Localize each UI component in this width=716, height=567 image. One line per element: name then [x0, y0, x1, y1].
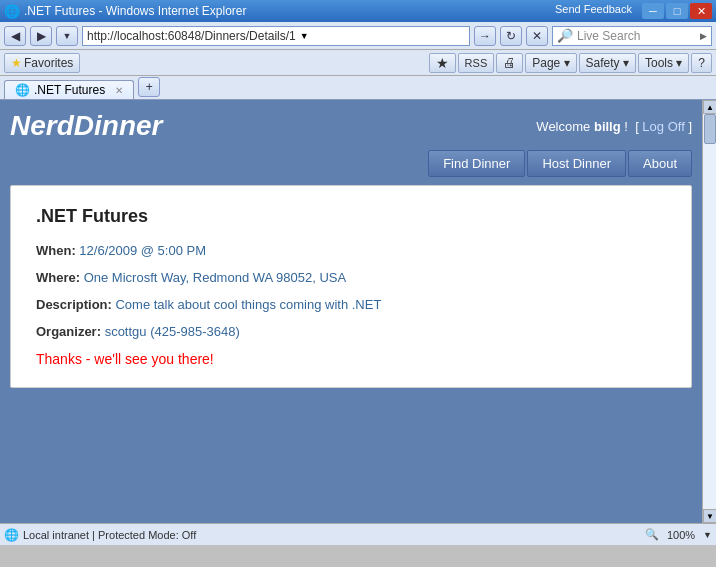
url-text: http://localhost:60848/Dinners/Details/1 — [87, 29, 296, 43]
organizer-label: Organizer: — [36, 324, 101, 339]
address-dropdown-icon[interactable]: ▼ — [300, 31, 309, 41]
back-icon: ◀ — [11, 29, 20, 43]
safety-menu[interactable]: Safety ▾ — [579, 53, 636, 73]
welcome-area: Welcome billg ! [ Log Off ] — [536, 119, 692, 134]
title-bar: 🌐 .NET Futures - Windows Internet Explor… — [0, 0, 716, 22]
where-field: Where: One Microsft Way, Redmond WA 9805… — [36, 270, 666, 285]
welcome-suffix: ! — [624, 119, 628, 134]
close-button[interactable]: ✕ — [690, 3, 712, 19]
rss-button[interactable]: RSS — [458, 53, 495, 73]
thanks-message: Thanks - we'll see you there! — [36, 351, 666, 367]
organizer-value: scottgu (425-985-3648) — [105, 324, 240, 339]
vertical-scrollbar[interactable]: ▲ ▼ — [702, 100, 716, 523]
organizer-field: Organizer: scottgu (425-985-3648) — [36, 324, 666, 339]
page-menu[interactable]: Page ▾ — [525, 53, 576, 73]
ie-title-icon: 🌐 — [4, 4, 20, 19]
favorites-button[interactable]: ★ Favorites — [4, 53, 80, 73]
tab-label: .NET Futures — [34, 83, 105, 97]
app-container: NerdDinner Welcome billg ! [ Log Off ] F… — [0, 100, 716, 545]
stop-icon: ✕ — [532, 29, 542, 43]
app-header: NerdDinner Welcome billg ! [ Log Off ] — [10, 110, 692, 142]
nav-buttons: Find Dinner Host Dinner About — [10, 150, 692, 177]
dinner-title: .NET Futures — [36, 206, 666, 227]
search-box[interactable]: 🔎 Live Search ▶ — [552, 26, 712, 46]
search-placeholder: Live Search — [577, 29, 696, 43]
zoom-level: 100% — [667, 529, 695, 541]
status-bar: 🌐 Local intranet | Protected Mode: Off 🔍… — [0, 523, 716, 545]
log-off-link[interactable]: Log Off — [642, 119, 684, 134]
history-dropdown-button[interactable]: ▼ — [56, 26, 78, 46]
status-right: 🔍 100% ▼ — [645, 528, 712, 541]
address-bar: ◀ ▶ ▼ http://localhost:60848/Dinners/Det… — [0, 22, 716, 50]
toolbar: ★ Favorites ★ RSS 🖨 Page ▾ Safety ▾ Tool… — [0, 50, 716, 76]
when-value: 12/6/2009 @ 5:00 PM — [79, 243, 206, 258]
forward-button[interactable]: ▶ — [30, 26, 52, 46]
search-ie-icon: 🔎 — [557, 28, 573, 43]
title-bar-left: 🌐 .NET Futures - Windows Internet Explor… — [4, 4, 247, 19]
tab-close-icon[interactable]: ✕ — [115, 85, 123, 96]
description-value: Come talk about cool things coming with … — [115, 297, 381, 312]
scroll-track[interactable] — [703, 114, 716, 509]
tab-bar: 🌐 .NET Futures ✕ + — [0, 76, 716, 100]
help-button[interactable]: ? — [691, 53, 712, 73]
tab-net-futures[interactable]: 🌐 .NET Futures ✕ — [4, 80, 134, 99]
scroll-down-button[interactable]: ▼ — [703, 509, 716, 523]
app-title: NerdDinner — [10, 110, 162, 142]
username: billg — [594, 119, 621, 134]
scroll-thumb[interactable] — [704, 114, 716, 144]
when-field: When: 12/6/2009 @ 5:00 PM — [36, 243, 666, 258]
welcome-label: Welcome — [536, 119, 590, 134]
tab-icon: 🌐 — [15, 83, 30, 97]
zoom-dropdown-icon[interactable]: ▼ — [703, 530, 712, 540]
title-bar-controls: Send Feedback ─ □ ✕ — [555, 3, 712, 19]
description-field: Description: Come talk about cool things… — [36, 297, 666, 312]
window-title: .NET Futures - Windows Internet Explorer — [24, 4, 247, 18]
send-feedback-link[interactable]: Send Feedback — [555, 3, 632, 19]
go-icon: → — [479, 29, 491, 43]
refresh-icon: ↻ — [506, 29, 516, 43]
back-button[interactable]: ◀ — [4, 26, 26, 46]
where-label: Where: — [36, 270, 80, 285]
new-tab-button[interactable]: + — [138, 77, 160, 97]
address-input[interactable]: http://localhost:60848/Dinners/Details/1… — [82, 26, 470, 46]
where-value: One Microsft Way, Redmond WA 98052, USA — [84, 270, 347, 285]
host-dinner-button[interactable]: Host Dinner — [527, 150, 626, 177]
tools-menu[interactable]: Tools ▾ — [638, 53, 689, 73]
stop-button[interactable]: ✕ — [526, 26, 548, 46]
zone-label: Local intranet | Protected Mode: Off — [23, 529, 196, 541]
when-label: When: — [36, 243, 76, 258]
globe-icon: 🌐 — [4, 528, 19, 542]
minimize-button[interactable]: ─ — [642, 3, 664, 19]
description-label: Description: — [36, 297, 112, 312]
dinner-detail-card: .NET Futures When: 12/6/2009 @ 5:00 PM W… — [10, 185, 692, 388]
print-button[interactable]: 🖨 — [496, 53, 523, 73]
find-dinner-button[interactable]: Find Dinner — [428, 150, 525, 177]
status-left: 🌐 Local intranet | Protected Mode: Off — [4, 528, 196, 542]
maximize-button[interactable]: □ — [666, 3, 688, 19]
add-to-favorites-icon[interactable]: ★ — [429, 53, 456, 73]
about-button[interactable]: About — [628, 150, 692, 177]
go-button[interactable]: → — [474, 26, 496, 46]
forward-icon: ▶ — [37, 29, 46, 43]
search-submit-icon[interactable]: ▶ — [700, 31, 707, 41]
browser-content: NerdDinner Welcome billg ! [ Log Off ] F… — [0, 100, 716, 545]
star-icon: ★ — [11, 56, 22, 70]
zoom-icon: 🔍 — [645, 528, 659, 541]
scroll-up-button[interactable]: ▲ — [703, 100, 716, 114]
refresh-button[interactable]: ↻ — [500, 26, 522, 46]
